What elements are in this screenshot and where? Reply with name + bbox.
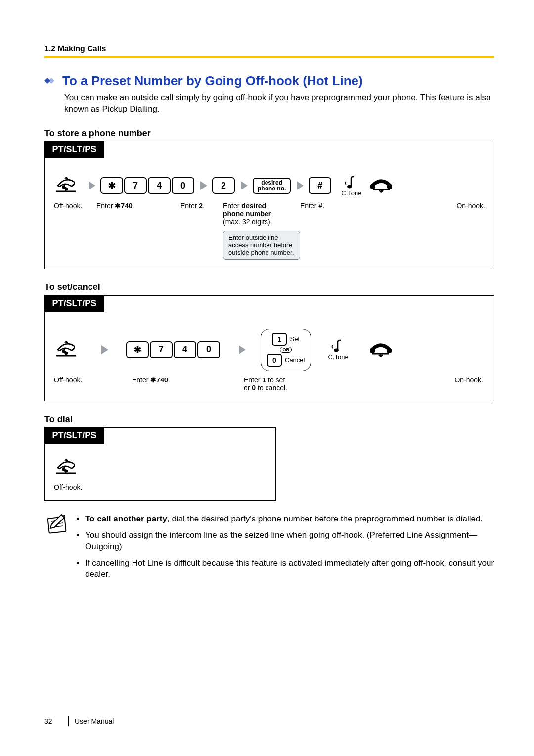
key-4: 4: [148, 177, 171, 194]
cap-onhook: On-hook.: [348, 376, 485, 384]
cap-choice: Enter 1 to set or 0 to cancel.: [244, 376, 348, 392]
key-desired-phone-no: desired phone no.: [253, 178, 291, 194]
note-item: You should assign the intercom line as t…: [85, 530, 494, 553]
intro-text: You can make an outside call simply by g…: [64, 93, 494, 115]
cap-enter2: Enter 2.: [180, 202, 223, 210]
accent-rule: [44, 56, 494, 58]
procedure-row: [54, 457, 267, 478]
on-hook-icon: [368, 340, 398, 360]
cap-enter740: Enter ✱740.: [96, 202, 180, 210]
key-1: 1: [272, 333, 287, 346]
cap-offhook: Off-hook.: [54, 376, 132, 384]
section2-heading: To set/cancel: [44, 282, 494, 292]
document-page: 1.2 Making Calls To a Preset Number by G…: [0, 0, 534, 756]
key-0-cancel: 0: [267, 354, 282, 367]
cap-enter740: Enter ✱740.: [132, 376, 244, 384]
cap-offhook: Off-hook.: [54, 483, 82, 491]
confirmation-tone-icon: [344, 175, 357, 189]
notepad-icon: [44, 514, 74, 538]
outside-line-note: Enter outside line access number before …: [223, 231, 300, 260]
device-tab: PT/SLT/PS: [44, 141, 105, 158]
procedure-row: ✱ 7 4 0 1 Set OR 0 Cancel C.To: [54, 329, 485, 371]
procedure-box-store: PT/SLT/PS ✱ 7 4 0 2 desired phone no. # …: [44, 142, 494, 269]
notes-list: To call another party, dial the desired …: [74, 514, 494, 585]
cap-offhook: Off-hook.: [54, 202, 96, 210]
caption-row: Off-hook. Enter ✱740. Enter 1 to set or …: [54, 376, 485, 392]
off-hook-icon: [54, 457, 84, 478]
ctone-label: C.Tone: [328, 353, 348, 361]
arrow-icon: [239, 345, 246, 354]
off-hook-icon: [54, 175, 84, 196]
page-number: 32: [44, 717, 62, 725]
set-label: Set: [290, 335, 300, 343]
title-row: To a Preset Number by Going Off-hook (Ho…: [44, 73, 494, 89]
key-0: 0: [172, 177, 194, 194]
on-hook-icon: [369, 176, 399, 195]
arrow-icon: [89, 181, 95, 190]
cancel-label: Cancel: [285, 356, 305, 364]
desired-line2: phone no.: [258, 186, 286, 192]
key-star: ✱: [126, 341, 149, 358]
section3-heading: To dial: [44, 414, 494, 425]
ctone-label: C.Tone: [341, 189, 361, 197]
footer-divider: [68, 716, 69, 726]
key-0: 0: [197, 341, 220, 358]
arrow-icon: [101, 345, 108, 354]
footer-label: User Manual: [75, 717, 114, 725]
arrow-icon: [200, 181, 207, 190]
cap-hash: Enter #.: [300, 202, 355, 210]
caption-row: Off-hook.: [54, 483, 267, 491]
off-hook-icon: [54, 339, 84, 361]
procedure-box-setcancel: PT/SLT/PS ✱ 7 4 0 1 Set OR 0 Cancel: [44, 295, 494, 401]
key-7: 7: [150, 341, 173, 358]
breadcrumb: 1.2 Making Calls: [44, 45, 494, 53]
confirmation-tone-icon: [331, 338, 344, 353]
section1-heading: To store a phone number: [44, 128, 494, 139]
page-footer: 32 User Manual: [44, 716, 114, 726]
procedure-box-dial: PT/SLT/PS Off-hook.: [44, 427, 276, 501]
device-tab: PT/SLT/PS: [44, 427, 105, 444]
notes-block: To call another party, dial the desired …: [44, 514, 494, 585]
arrow-icon: [297, 181, 304, 190]
device-tab: PT/SLT/PS: [44, 295, 105, 312]
page-title: To a Preset Number by Going Off-hook (Ho…: [62, 73, 363, 89]
set-cancel-choice: 1 Set OR 0 Cancel: [261, 329, 311, 371]
note-item: If cancelling Hot Line is difficult beca…: [85, 558, 494, 580]
or-label: OR: [280, 347, 292, 353]
cap-onhook: On-hook.: [355, 202, 485, 210]
key-4: 4: [174, 341, 196, 358]
key-hash: #: [309, 177, 331, 194]
cap-desired: Enter desired phone number (max. 32 digi…: [223, 202, 300, 260]
diamond-bullet-icon: [44, 76, 59, 87]
key-star: ✱: [100, 177, 123, 194]
procedure-row: ✱ 7 4 0 2 desired phone no. # C.Tone: [54, 175, 485, 197]
key-2: 2: [212, 177, 235, 194]
key-7: 7: [124, 177, 147, 194]
note-item: To call another party, dial the desired …: [85, 514, 494, 525]
arrow-icon: [241, 181, 248, 190]
caption-row: Off-hook. Enter ✱740. Enter 2. Enter des…: [54, 202, 485, 260]
